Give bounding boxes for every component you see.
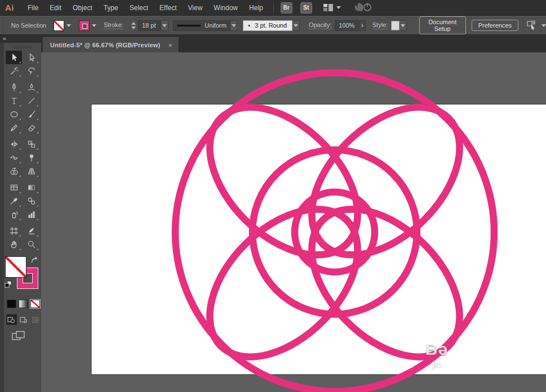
collapse-panels-icon[interactable]: «: [3, 35, 6, 42]
gradient-button[interactable]: [19, 300, 28, 308]
direct-selection-tool[interactable]: [23, 51, 39, 64]
width-profile-field[interactable]: Uniform: [173, 20, 230, 31]
tab-close-icon[interactable]: ×: [168, 42, 172, 49]
menu-select[interactable]: Select: [124, 0, 154, 16]
gradient-tool[interactable]: [23, 181, 39, 194]
scale-tool[interactable]: [23, 137, 39, 151]
fill-color-well[interactable]: [6, 257, 26, 277]
shape-builder-tool[interactable]: [6, 164, 22, 178]
fill-none-swatch[interactable]: [54, 20, 64, 31]
color-button[interactable]: [7, 300, 16, 308]
slice-tool[interactable]: [23, 224, 39, 238]
menu-effect[interactable]: Effect: [154, 0, 182, 16]
tool-row: [4, 121, 41, 135]
opacity-field[interactable]: 100%: [335, 20, 358, 31]
opacity-more-button[interactable]: ›: [359, 20, 365, 31]
symbol-sprayer-tool[interactable]: [6, 208, 22, 221]
paintbrush-tool[interactable]: [23, 108, 39, 121]
width-profile-value: Uniform: [205, 22, 227, 29]
perspective-grid-tool[interactable]: [23, 164, 39, 178]
document-tab-title[interactable]: Untitled-5* @ 66.67% (RGB/Preview): [50, 42, 160, 48]
chevron-down-icon: [232, 24, 236, 27]
stroke-weight-stepper[interactable]: [131, 22, 136, 29]
stroke-chevron-icon[interactable]: [92, 24, 96, 27]
style-label[interactable]: Style:: [372, 21, 388, 29]
stroke-weight-label[interactable]: Stroke:: [104, 21, 123, 29]
selection-tool[interactable]: [6, 51, 22, 64]
none-button[interactable]: [30, 300, 40, 308]
select-similar-control[interactable]: [526, 20, 546, 30]
stroke-weight-field[interactable]: 18 pt: [138, 20, 161, 31]
lasso-tool[interactable]: [23, 64, 39, 78]
draw-behind-button[interactable]: [19, 314, 29, 325]
fill-swatch-control[interactable]: [54, 20, 71, 31]
tools-panel: [4, 43, 41, 392]
artboard-tool[interactable]: [6, 224, 22, 238]
document-tab[interactable]: Untitled-5* @ 66.67% (RGB/Preview) ×: [43, 37, 179, 52]
opacity-label[interactable]: Opacity:: [309, 21, 331, 29]
controlbar-grip[interactable]: [0, 16, 3, 34]
reflect-tool[interactable]: [6, 137, 22, 151]
tool-row: [4, 81, 41, 94]
swap-fill-stroke-icon[interactable]: [30, 256, 39, 266]
workspace-layout-icon[interactable]: [323, 4, 333, 11]
stepper-up-icon[interactable]: [131, 22, 136, 25]
style-dropdown[interactable]: [399, 20, 407, 31]
magic-wand-tool[interactable]: [6, 64, 22, 78]
brush-dot-icon: •: [248, 22, 250, 29]
illustrator-window: Ai File Edit Object Type Select Effect V…: [0, 0, 546, 392]
tool-row: [4, 108, 41, 121]
stepper-down-icon[interactable]: [131, 26, 136, 29]
curvature-tool[interactable]: [23, 81, 39, 94]
tool-row: [4, 164, 41, 178]
tool-row: [4, 194, 41, 208]
document-setup-button[interactable]: Document Setup: [419, 16, 466, 34]
default-colors-icon[interactable]: [5, 280, 12, 290]
color-wells: [4, 256, 41, 296]
menu-object[interactable]: Object: [67, 0, 98, 16]
brush-dropdown[interactable]: [292, 20, 300, 31]
column-graph-tool[interactable]: [23, 208, 39, 221]
chevron-down-icon[interactable]: [541, 24, 546, 27]
eraser-tool[interactable]: [23, 121, 39, 135]
menu-edit[interactable]: Edit: [44, 0, 67, 16]
menu-view[interactable]: View: [183, 0, 208, 16]
menu-help[interactable]: Help: [243, 0, 269, 16]
menu-type[interactable]: Type: [98, 0, 124, 16]
bridge-button[interactable]: Br: [281, 2, 292, 14]
screen-mode-button[interactable]: [12, 331, 41, 344]
stock-button[interactable]: St: [300, 2, 312, 14]
menu-window[interactable]: Window: [208, 0, 243, 16]
line-segment-tool[interactable]: [23, 94, 39, 108]
eyedropper-tool[interactable]: [6, 194, 22, 208]
stroke-weight-dropdown[interactable]: [161, 20, 168, 31]
tools-dock: «: [0, 35, 41, 392]
illustrator-logo: Ai: [0, 3, 22, 12]
draw-inside-button[interactable]: [30, 314, 41, 325]
preferences-button[interactable]: Preferences: [472, 20, 518, 31]
puppet-warp-tool[interactable]: [23, 151, 39, 164]
tools-panel-grip[interactable]: [13, 45, 32, 49]
workspace-chevron-icon[interactable]: [336, 6, 341, 9]
draw-normal-button[interactable]: [6, 314, 17, 325]
brush-definition-field[interactable]: • 3 pt. Round: [243, 20, 292, 31]
blend-tool[interactable]: [23, 194, 39, 208]
canvas[interactable]: Bə jin: [41, 52, 546, 392]
style-swatch[interactable]: [391, 21, 399, 30]
hand-tool[interactable]: [6, 238, 22, 251]
width-profile-dropdown[interactable]: [230, 20, 238, 31]
stroke-color-swatch[interactable]: [79, 20, 90, 31]
collapse-panel-strip[interactable]: «: [0, 35, 41, 43]
shaper-tool[interactable]: [6, 121, 22, 135]
selection-status: No Selection: [11, 22, 46, 29]
stroke-swatch-control[interactable]: [79, 20, 96, 31]
fill-chevron-icon[interactable]: [66, 24, 71, 27]
menu-file[interactable]: File: [22, 0, 44, 16]
ellipse-tool[interactable]: [6, 108, 22, 121]
canvas-artwork[interactable]: [41, 52, 546, 392]
zoom-tool[interactable]: [23, 238, 39, 251]
type-tool[interactable]: [6, 94, 22, 108]
mesh-tool[interactable]: [6, 181, 22, 194]
pen-tool[interactable]: [6, 81, 22, 94]
width-tool[interactable]: [6, 151, 22, 164]
